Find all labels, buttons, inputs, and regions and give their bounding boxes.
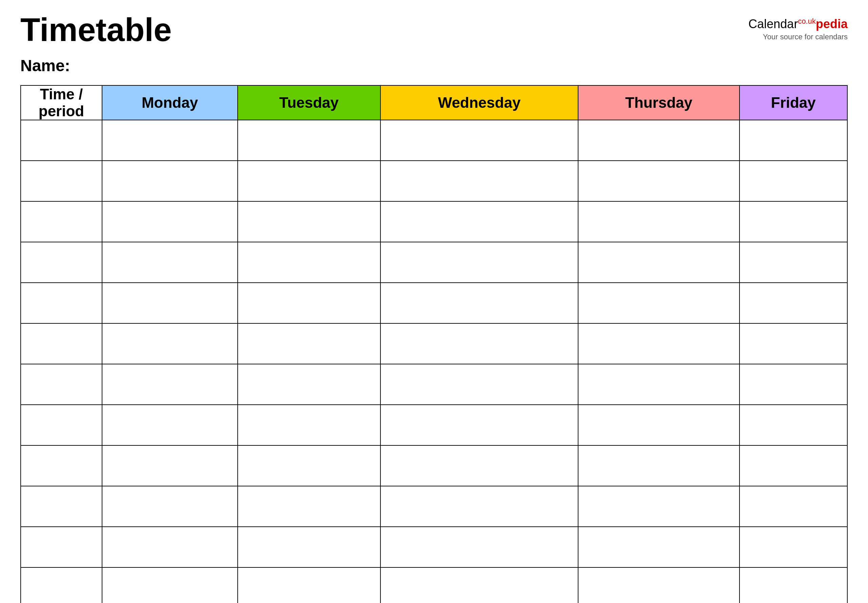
cell-col-friday[interactable] (740, 201, 847, 242)
cell-col-monday[interactable] (102, 445, 238, 486)
cell-col-time[interactable] (21, 120, 102, 161)
logo-calendar: Calendar (748, 17, 798, 31)
cell-col-monday[interactable] (102, 364, 238, 405)
header-row: Time / period Monday Tuesday Wednesday T… (21, 85, 847, 120)
table-row (21, 201, 847, 242)
cell-col-wednesday[interactable] (381, 486, 579, 527)
cell-col-friday[interactable] (740, 405, 847, 445)
cell-col-tuesday[interactable] (238, 527, 381, 567)
cell-col-wednesday[interactable] (381, 323, 579, 364)
cell-col-wednesday[interactable] (381, 201, 579, 242)
cell-col-tuesday[interactable] (238, 405, 381, 445)
cell-col-wednesday[interactable] (381, 445, 579, 486)
cell-col-thursday[interactable] (578, 120, 739, 161)
cell-col-thursday[interactable] (578, 445, 739, 486)
cell-col-tuesday[interactable] (238, 161, 381, 201)
cell-col-thursday[interactable] (578, 527, 739, 567)
name-label: Name: (20, 56, 848, 75)
col-header-monday: Monday (102, 85, 238, 120)
cell-col-friday[interactable] (740, 567, 847, 603)
cell-col-tuesday[interactable] (238, 486, 381, 527)
cell-col-friday[interactable] (740, 486, 847, 527)
cell-col-time[interactable] (21, 445, 102, 486)
logo-co-uk: co.uk (798, 17, 816, 25)
table-row (21, 527, 847, 567)
table-row (21, 283, 847, 323)
page-title: Timetable (20, 14, 172, 46)
cell-col-tuesday[interactable] (238, 242, 381, 283)
cell-col-wednesday[interactable] (381, 120, 579, 161)
table-row (21, 242, 847, 283)
cell-col-tuesday[interactable] (238, 201, 381, 242)
cell-col-time[interactable] (21, 486, 102, 527)
cell-col-tuesday[interactable] (238, 567, 381, 603)
cell-col-monday[interactable] (102, 283, 238, 323)
cell-col-wednesday[interactable] (381, 242, 579, 283)
cell-col-thursday[interactable] (578, 364, 739, 405)
cell-col-monday[interactable] (102, 323, 238, 364)
cell-col-monday[interactable] (102, 527, 238, 567)
cell-col-time[interactable] (21, 323, 102, 364)
cell-col-time[interactable] (21, 364, 102, 405)
table-row (21, 120, 847, 161)
logo-text: Calendarco.ukpedia (748, 17, 848, 31)
cell-col-thursday[interactable] (578, 242, 739, 283)
cell-col-time[interactable] (21, 527, 102, 567)
cell-col-friday[interactable] (740, 120, 847, 161)
cell-col-monday[interactable] (102, 120, 238, 161)
cell-col-tuesday[interactable] (238, 323, 381, 364)
cell-col-friday[interactable] (740, 283, 847, 323)
cell-col-thursday[interactable] (578, 486, 739, 527)
col-header-wednesday: Wednesday (381, 85, 579, 120)
logo-pedia: pedia (816, 17, 848, 31)
cell-col-time[interactable] (21, 161, 102, 201)
timetable: Time / period Monday Tuesday Wednesday T… (20, 85, 848, 603)
cell-col-monday[interactable] (102, 242, 238, 283)
cell-col-thursday[interactable] (578, 283, 739, 323)
cell-col-tuesday[interactable] (238, 120, 381, 161)
logo-area: Calendarco.ukpedia Your source for calen… (748, 14, 848, 41)
cell-col-tuesday[interactable] (238, 364, 381, 405)
table-row (21, 405, 847, 445)
cell-col-thursday[interactable] (578, 161, 739, 201)
cell-col-monday[interactable] (102, 486, 238, 527)
cell-col-monday[interactable] (102, 405, 238, 445)
cell-col-monday[interactable] (102, 201, 238, 242)
cell-col-wednesday[interactable] (381, 405, 579, 445)
cell-col-friday[interactable] (740, 445, 847, 486)
col-header-time: Time / period (21, 85, 102, 120)
cell-col-wednesday[interactable] (381, 283, 579, 323)
cell-col-friday[interactable] (740, 364, 847, 405)
cell-col-wednesday[interactable] (381, 364, 579, 405)
table-row (21, 364, 847, 405)
timetable-body (21, 120, 847, 603)
cell-col-thursday[interactable] (578, 323, 739, 364)
cell-col-friday[interactable] (740, 161, 847, 201)
cell-col-wednesday[interactable] (381, 161, 579, 201)
cell-col-thursday[interactable] (578, 567, 739, 603)
cell-col-time[interactable] (21, 242, 102, 283)
cell-col-thursday[interactable] (578, 405, 739, 445)
cell-col-wednesday[interactable] (381, 567, 579, 603)
cell-col-time[interactable] (21, 201, 102, 242)
cell-col-time[interactable] (21, 283, 102, 323)
table-row (21, 161, 847, 201)
cell-col-friday[interactable] (740, 323, 847, 364)
cell-col-friday[interactable] (740, 242, 847, 283)
cell-col-time[interactable] (21, 405, 102, 445)
col-header-tuesday: Tuesday (238, 85, 381, 120)
col-header-thursday: Thursday (578, 85, 739, 120)
cell-col-tuesday[interactable] (238, 283, 381, 323)
header: Timetable Calendarco.ukpedia Your source… (20, 14, 848, 46)
cell-col-wednesday[interactable] (381, 527, 579, 567)
cell-col-monday[interactable] (102, 567, 238, 603)
table-row (21, 445, 847, 486)
cell-col-friday[interactable] (740, 527, 847, 567)
logo-subtitle: Your source for calendars (763, 32, 848, 41)
cell-col-thursday[interactable] (578, 201, 739, 242)
table-row (21, 323, 847, 364)
cell-col-tuesday[interactable] (238, 445, 381, 486)
cell-col-time[interactable] (21, 567, 102, 603)
cell-col-monday[interactable] (102, 161, 238, 201)
footer-text: www.calendarpedia.co.uk (20, 601, 121, 603)
